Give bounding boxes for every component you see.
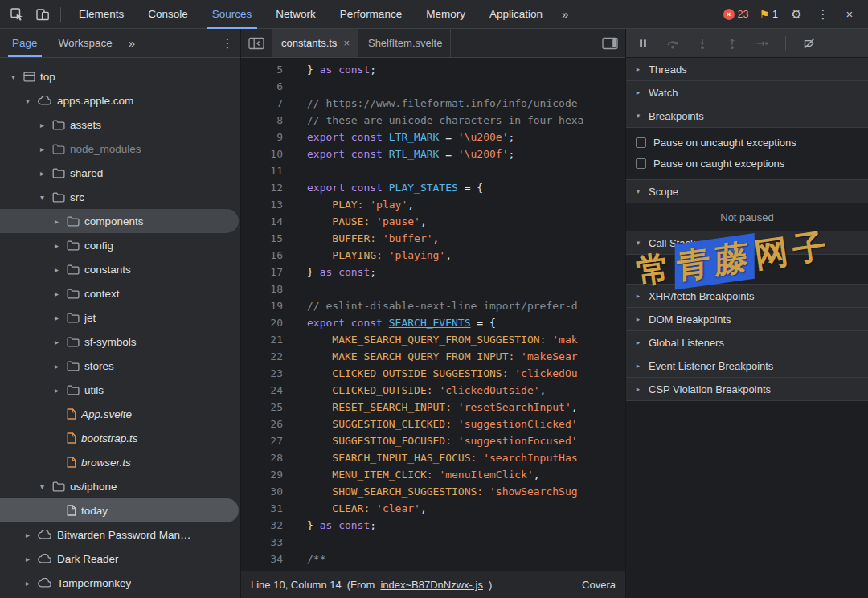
step-over-icon[interactable] bbox=[666, 37, 679, 50]
editor-tab-shelfitem-svelte[interactable]: ShelfItem.svelte bbox=[358, 29, 452, 57]
line-number[interactable]: 7 bbox=[241, 95, 283, 112]
line-number[interactable]: 22 bbox=[241, 348, 283, 365]
tree-item-app-svelte[interactable]: App.svelte bbox=[0, 402, 239, 426]
line-number[interactable]: 29 bbox=[241, 466, 283, 483]
chevron-right-icon[interactable]: ▸ bbox=[51, 362, 62, 371]
line-number[interactable]: 15 bbox=[241, 230, 283, 247]
step-out-icon[interactable] bbox=[726, 37, 739, 50]
line-number[interactable]: 19 bbox=[241, 297, 283, 314]
section-scope[interactable]: ▾Scope bbox=[626, 180, 868, 203]
line-number[interactable]: 17 bbox=[241, 264, 283, 281]
tree-item-bootstrap-ts[interactable]: bootstrap.ts bbox=[0, 426, 239, 450]
line-number[interactable]: 21 bbox=[241, 331, 283, 348]
tree-item-components[interactable]: ▸components bbox=[0, 209, 239, 233]
chevron-right-icon[interactable]: ▸ bbox=[23, 579, 33, 588]
line-number[interactable]: 11 bbox=[241, 162, 283, 179]
tree-item-us-iphone[interactable]: ▾us/iphone bbox=[0, 474, 239, 498]
tab-performance[interactable]: Performance bbox=[328, 0, 414, 29]
line-number[interactable]: 5 bbox=[241, 61, 283, 78]
chevron-right-icon[interactable]: ▸ bbox=[51, 313, 62, 322]
line-number[interactable]: 24 bbox=[241, 382, 283, 399]
navigator-kebab-menu-icon[interactable]: ⋮ bbox=[216, 36, 239, 51]
tree-item-src[interactable]: ▾src bbox=[0, 185, 239, 209]
tree-item-node-modules[interactable]: ▸node_modules bbox=[0, 137, 239, 161]
line-number[interactable]: 18 bbox=[241, 281, 283, 297]
chevron-right-icon[interactable]: ▸ bbox=[51, 241, 62, 250]
line-number[interactable]: 20 bbox=[241, 314, 283, 331]
line-number[interactable]: 28 bbox=[241, 449, 283, 466]
tree-item-today[interactable]: today bbox=[0, 498, 239, 522]
inspect-element-icon[interactable] bbox=[5, 3, 29, 26]
tree-item-jet[interactable]: ▸jet bbox=[0, 305, 239, 330]
line-number[interactable]: 27 bbox=[241, 432, 283, 449]
section-csp-violation-breakpoints[interactable]: ▸CSP Violation Breakpoints bbox=[626, 378, 868, 401]
navigator-more-tabs-icon[interactable]: » bbox=[123, 36, 141, 50]
tree-item-context[interactable]: ▸context bbox=[0, 281, 239, 305]
line-number[interactable]: 25 bbox=[241, 399, 283, 416]
section-breakpoints[interactable]: ▾Breakpoints bbox=[626, 104, 868, 128]
navigator-tab-workspace[interactable]: Workspace bbox=[48, 29, 123, 57]
tree-item-top[interactable]: ▾top bbox=[0, 64, 239, 88]
tab-console[interactable]: Console bbox=[136, 0, 200, 29]
settings-gear-icon[interactable]: ⚙ bbox=[784, 3, 809, 26]
line-number[interactable]: 23 bbox=[241, 365, 283, 382]
checkbox-unchecked-icon[interactable] bbox=[636, 137, 646, 148]
tree-item-apps-apple-com[interactable]: ▾apps.apple.com bbox=[0, 88, 239, 113]
tree-item-shared[interactable]: ▸shared bbox=[0, 161, 239, 185]
tree-item-constants[interactable]: ▸constants bbox=[0, 257, 239, 281]
tab-sources[interactable]: Sources bbox=[200, 0, 264, 29]
line-number[interactable]: 8 bbox=[241, 112, 283, 129]
tree-item-stores[interactable]: ▸stores bbox=[0, 354, 239, 378]
line-number[interactable]: 26 bbox=[241, 416, 283, 432]
chevron-right-icon[interactable]: ▸ bbox=[51, 338, 62, 346]
chevron-right-icon[interactable]: ▸ bbox=[37, 169, 47, 178]
line-number[interactable]: 32 bbox=[241, 517, 283, 534]
chevron-right-icon[interactable]: ▸ bbox=[51, 289, 62, 298]
code-editor[interactable]: 5} as const;67// https://www.fileformat.… bbox=[241, 58, 625, 598]
step-icon[interactable] bbox=[755, 37, 768, 50]
line-number[interactable]: 10 bbox=[241, 145, 283, 162]
line-number[interactable]: 16 bbox=[241, 247, 283, 264]
tab-memory[interactable]: Memory bbox=[414, 0, 477, 29]
close-devtools-icon[interactable]: × bbox=[837, 3, 862, 26]
section-watch[interactable]: ▸Watch bbox=[626, 81, 868, 104]
line-number[interactable]: 9 bbox=[241, 129, 283, 145]
tab-application[interactable]: Application bbox=[477, 0, 555, 29]
line-number[interactable]: 12 bbox=[241, 179, 283, 196]
checkbox-unchecked-icon[interactable] bbox=[636, 158, 646, 169]
chevron-down-icon[interactable]: ▾ bbox=[8, 72, 18, 81]
section-dom-breakpoints[interactable]: ▸DOM Breakpoints bbox=[626, 308, 868, 331]
tree-item-assets[interactable]: ▸assets bbox=[0, 113, 239, 137]
section-event-listener-breakpoints[interactable]: ▸Event Listener Breakpoints bbox=[626, 354, 868, 378]
toggle-debugger-panel-icon[interactable] bbox=[595, 29, 625, 57]
coverage-link[interactable]: Covera bbox=[582, 579, 616, 591]
tab-network[interactable]: Network bbox=[264, 0, 328, 29]
chevron-right-icon[interactable]: ▸ bbox=[23, 530, 33, 539]
chevron-right-icon[interactable]: ▸ bbox=[51, 265, 62, 274]
chevron-right-icon[interactable]: ▸ bbox=[23, 555, 33, 563]
chevron-right-icon[interactable]: ▸ bbox=[51, 217, 62, 226]
pause-exception-option[interactable]: Pause on uncaught exceptions bbox=[626, 132, 868, 153]
chevron-down-icon[interactable]: ▾ bbox=[37, 193, 47, 202]
pause-icon[interactable] bbox=[637, 37, 649, 50]
step-into-icon[interactable] bbox=[696, 37, 709, 50]
toggle-navigator-icon[interactable] bbox=[241, 29, 272, 57]
device-toolbar-icon[interactable] bbox=[31, 3, 55, 26]
tree-item-utils[interactable]: ▸utils bbox=[0, 378, 239, 402]
line-number[interactable]: 30 bbox=[241, 483, 283, 500]
tab-elements[interactable]: Elements bbox=[67, 0, 136, 29]
tree-item-config[interactable]: ▸config bbox=[0, 233, 239, 257]
tree-item-sf-symbols[interactable]: ▸sf-symbols bbox=[0, 330, 239, 354]
line-number[interactable]: 13 bbox=[241, 196, 283, 213]
tree-item-bitwarden-password-man[interactable]: ▸Bitwarden Password Man… bbox=[0, 522, 239, 547]
line-number[interactable]: 33 bbox=[241, 534, 283, 551]
close-tab-icon[interactable]: × bbox=[343, 37, 350, 49]
tree-item-dark-reader[interactable]: ▸Dark Reader bbox=[0, 547, 239, 571]
chevron-down-icon[interactable]: ▾ bbox=[37, 482, 47, 491]
error-badge[interactable]: × 23 bbox=[719, 9, 753, 20]
line-number[interactable]: 14 bbox=[241, 213, 283, 230]
navigator-tab-page[interactable]: Page bbox=[2, 29, 48, 57]
chevron-down-icon[interactable]: ▾ bbox=[23, 96, 33, 105]
deactivate-breakpoints-icon[interactable] bbox=[803, 37, 816, 50]
line-number[interactable]: 31 bbox=[241, 500, 283, 517]
